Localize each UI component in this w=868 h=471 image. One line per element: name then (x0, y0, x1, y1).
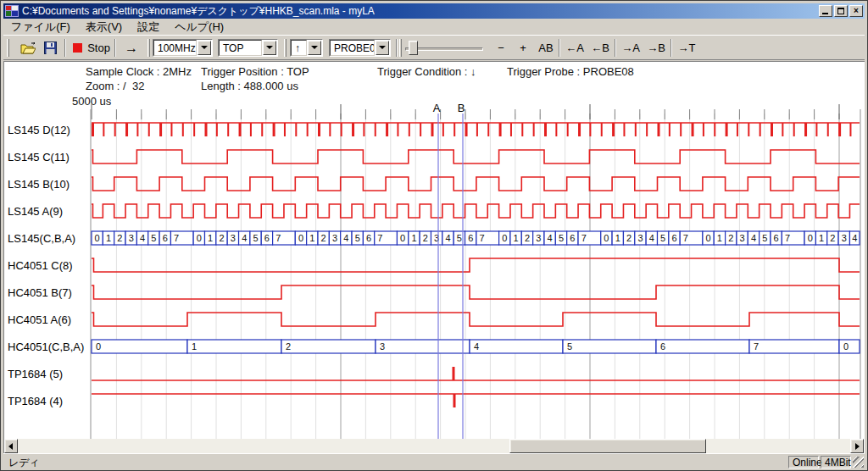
scroll-left-button[interactable] (4, 439, 18, 453)
zoom-info: Zoom : / 32 (86, 80, 144, 92)
sample-clock-dropdown-button[interactable] (198, 41, 211, 55)
floppy-save-icon (44, 42, 57, 54)
stop-label: Stop (87, 42, 110, 54)
waveform-client-area (3, 61, 865, 454)
arrow-left-icon (8, 443, 13, 450)
minimize-button[interactable] (819, 5, 832, 17)
chevron-down-icon (266, 46, 273, 49)
window-title: C:¥Documents and Settings¥noname¥デスクトップ¥… (22, 4, 375, 19)
toolbar-separator (559, 39, 560, 57)
menu-settings[interactable]: 設定 (130, 18, 167, 36)
chevron-down-icon (379, 46, 386, 49)
chevron-down-icon (311, 46, 318, 49)
trigger-probe-combo[interactable]: PROBE00 (329, 39, 391, 57)
close-icon: × (854, 6, 859, 15)
save-button[interactable] (39, 39, 61, 57)
toolbar-separator (615, 39, 616, 57)
ab-range-button[interactable]: AB (535, 39, 557, 57)
horizontal-scrollbar[interactable] (4, 439, 864, 453)
sample-clock-combo[interactable]: 100MHz (153, 39, 213, 57)
menu-file[interactable]: ファイル(F) (3, 18, 78, 36)
maximize-icon (837, 8, 844, 14)
toolbar-gripper[interactable] (147, 39, 150, 57)
sample-clock-info: Sample Clock : 2MHz (86, 65, 192, 78)
toolbar-separator (114, 39, 116, 57)
status-bar: レディ Online 4MBit (3, 453, 865, 468)
trigger-position-dropdown-button[interactable] (263, 41, 276, 55)
zoom-slider-handle[interactable] (409, 41, 418, 55)
maximize-button[interactable] (834, 5, 848, 17)
chevron-down-icon (201, 46, 208, 49)
menu-help[interactable]: ヘルプ(H) (167, 18, 231, 36)
stop-icon (73, 43, 82, 53)
stop-button[interactable]: Stop (71, 39, 112, 57)
toolbar-separator (396, 39, 398, 57)
toolbar: Stop → 100MHz TOP ↑ PROBE00 − + (3, 35, 865, 60)
scrollbar-thumb[interactable] (509, 439, 706, 453)
minus-icon: − (498, 42, 504, 54)
run-button[interactable]: → (119, 39, 144, 57)
open-file-button[interactable] (17, 39, 39, 57)
title-bar[interactable]: C:¥Documents and Settings¥noname¥デスクトップ¥… (3, 3, 865, 19)
close-button[interactable]: × (849, 5, 863, 17)
trigger-position-combo[interactable]: TOP (218, 39, 278, 57)
app-icon (5, 5, 19, 17)
plus-icon: + (520, 42, 526, 54)
toolbar-gripper[interactable] (284, 39, 287, 57)
trigger-position-value: TOP (220, 42, 243, 54)
trigger-condition-info: Trigger Condition : ↓ (377, 65, 476, 78)
move-cursor-a-left-button[interactable]: ←A (563, 39, 587, 57)
zoom-in-button[interactable]: + (514, 39, 532, 57)
trigger-probe-dropdown-button[interactable] (376, 41, 389, 55)
status-online-badge: Online (788, 456, 819, 468)
move-cursor-b-right-button[interactable]: →B (644, 39, 668, 57)
zoom-out-button[interactable]: − (492, 39, 510, 57)
move-cursor-a-right-button[interactable]: →A (619, 39, 643, 57)
trigger-probe-value: PROBE00 (331, 42, 375, 54)
move-cursor-b-left-button[interactable]: ←B (588, 39, 612, 57)
menu-view[interactable]: 表示(V) (78, 18, 130, 36)
minimize-icon (822, 13, 828, 14)
trigger-position-info: Trigger Position : TOP (201, 65, 309, 78)
trigger-edge-value: ↑ (292, 42, 300, 54)
trigger-edge-combo[interactable]: ↑ (290, 39, 323, 57)
toolbar-separator (64, 39, 66, 57)
trigger-probe-info: Trigger Probe : PROBE08 (507, 65, 634, 78)
trigger-edge-dropdown-button[interactable] (308, 41, 321, 55)
goto-trigger-button[interactable]: →T (675, 39, 698, 57)
toolbar-separator (670, 39, 672, 57)
run-arrow-icon: → (125, 41, 138, 56)
time-scale-label: 5000 us (72, 95, 111, 108)
scroll-right-button[interactable] (850, 439, 864, 453)
app-window: C:¥Documents and Settings¥noname¥デスクトップ¥… (0, 0, 868, 471)
length-info: Length : 488.000 us (201, 80, 298, 92)
toolbar-gripper[interactable] (399, 39, 402, 57)
status-ready-text: レディ (8, 456, 40, 470)
menu-bar: ファイル(F) 表示(V) 設定 ヘルプ(H) (3, 19, 865, 35)
resize-grip[interactable] (853, 457, 864, 468)
arrow-right-icon (855, 443, 860, 450)
toolbar-gripper[interactable] (7, 39, 9, 57)
open-folder-icon (20, 42, 36, 54)
status-memory-badge: 4MBit (821, 456, 851, 468)
sample-clock-value: 100MHz (154, 42, 196, 54)
